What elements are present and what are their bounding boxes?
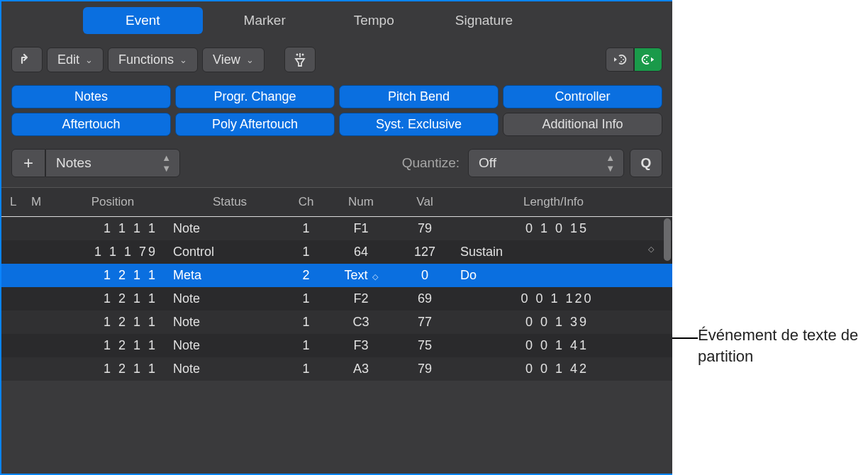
table-row[interactable]: 1 2 1 1Note1F2690 0 1 120 (1, 287, 672, 311)
cell-val[interactable]: 75 (396, 338, 453, 353)
edit-menu[interactable]: Edit ⌄ (47, 48, 104, 72)
quantize-select[interactable]: Off ▲▼ (468, 149, 624, 177)
filter-pitch-bend[interactable]: Pitch Bend (339, 85, 499, 108)
svg-point-7 (646, 61, 647, 62)
cell-status[interactable]: Note (173, 338, 286, 353)
table-row[interactable]: 1 1 1 1Note1F1790 1 0 15 (1, 217, 672, 240)
cell-val[interactable]: 127 (396, 245, 453, 259)
midi-io-group (606, 48, 662, 72)
cell-ch[interactable]: 1 (286, 245, 326, 259)
stepper-icon[interactable]: ◇ (648, 245, 654, 254)
cell-val[interactable]: 69 (396, 291, 453, 306)
cell-num[interactable]: 64 (326, 245, 396, 259)
col-length-info[interactable]: Length/Info (453, 195, 654, 209)
cell-position[interactable]: 1 2 1 1 (52, 291, 173, 306)
cell-status[interactable]: Meta (173, 268, 286, 283)
cell-status[interactable]: Note (173, 362, 286, 376)
col-position[interactable]: Position (52, 195, 173, 209)
svg-point-1 (301, 54, 304, 56)
chevron-down-icon: ⌄ (179, 55, 187, 65)
filter-poly-aftertouch[interactable]: Poly Aftertouch (175, 113, 335, 136)
event-list-panel: Event Marker Tempo Signature Edit ⌄ Func… (0, 0, 672, 475)
tab-tempo[interactable]: Tempo (334, 7, 414, 34)
cell-val[interactable]: 77 (396, 315, 453, 330)
cell-ch[interactable]: 1 (286, 291, 326, 306)
cell-length-info[interactable]: Do (453, 268, 654, 283)
cell-position[interactable]: 1 2 1 1 (52, 315, 173, 330)
event-type-select[interactable]: Notes ▲▼ (45, 149, 180, 177)
cell-ch[interactable]: 1 (286, 315, 326, 330)
cell-ch[interactable]: 2 (286, 268, 326, 283)
cell-num[interactable]: F1 (326, 221, 396, 236)
cell-status[interactable]: Note (173, 315, 286, 330)
cell-num[interactable]: C3 (326, 315, 396, 330)
cell-length-info[interactable]: 0 0 1 39 (453, 315, 654, 330)
tab-marker[interactable]: Marker (224, 7, 306, 34)
cell-position[interactable]: 1 2 1 1 (52, 268, 173, 283)
view-menu[interactable]: View ⌄ (202, 48, 265, 72)
filter-additional-info[interactable]: Additional Info (503, 113, 662, 136)
annotation-area: Événement de texte de partition (672, 0, 868, 475)
cell-ch[interactable]: 1 (286, 221, 326, 236)
table-row[interactable]: 1 2 1 1Note1F3750 0 1 41 (1, 334, 672, 357)
cell-length-info[interactable]: 0 0 1 120 (453, 291, 654, 306)
cell-ch[interactable]: 1 (286, 362, 326, 376)
cell-length-info[interactable]: 0 0 1 42 (453, 362, 654, 376)
plus-icon: + (23, 153, 33, 173)
cell-position[interactable]: 1 2 1 1 (52, 338, 173, 353)
cell-val[interactable]: 79 (396, 221, 453, 236)
catch-filter-button[interactable] (284, 47, 316, 72)
table-row[interactable]: 1 2 1 1Note1C3770 0 1 39 (1, 311, 672, 334)
hierarchy-up-icon (19, 52, 35, 67)
cell-position[interactable]: 1 1 1 1 (52, 221, 173, 236)
cell-position[interactable]: 1 1 1 79 (52, 245, 173, 259)
functions-menu[interactable]: Functions ⌄ (108, 48, 198, 72)
cell-position[interactable]: 1 2 1 1 (52, 362, 173, 376)
cell-length-info[interactable]: 0 1 0 15 (453, 221, 654, 236)
cell-length-info[interactable]: 0 0 1 41 (453, 338, 654, 353)
quantize-apply-button[interactable]: Q (630, 149, 662, 177)
cell-length-info[interactable]: Sustain◇ (453, 245, 654, 259)
chevron-down-icon: ⌄ (85, 55, 93, 65)
cell-status[interactable]: Control (173, 245, 286, 259)
midi-out-button[interactable] (634, 48, 662, 72)
event-filter-grid: Notes Progr. Change Pitch Bend Controlle… (1, 79, 672, 146)
functions-menu-label: Functions (118, 52, 174, 67)
tab-signature[interactable]: Signature (435, 7, 533, 34)
create-row: + Notes ▲▼ Quantize: Off ▲▼ Q (1, 146, 672, 187)
cell-num[interactable]: A3 (326, 362, 396, 376)
filter-controller[interactable]: Controller (503, 85, 662, 108)
add-event-button[interactable]: + (11, 149, 45, 177)
cell-ch[interactable]: 1 (286, 338, 326, 353)
table-header: L M Position Status Ch Num Val Length/In… (1, 187, 672, 217)
col-ch[interactable]: Ch (286, 195, 326, 209)
stepper-icon[interactable]: ◇ (372, 272, 378, 281)
svg-point-3 (623, 59, 624, 60)
cell-num[interactable]: Text◇ (326, 268, 396, 283)
col-val[interactable]: Val (396, 195, 453, 209)
cell-num[interactable]: F2 (326, 291, 396, 306)
table-body[interactable]: 1 1 1 1Note1F1790 1 0 151 1 1 79Control1… (1, 217, 672, 381)
midi-out-icon (640, 53, 656, 66)
tab-event[interactable]: Event (83, 7, 203, 34)
midi-in-button[interactable] (606, 48, 634, 72)
cell-status[interactable]: Note (173, 221, 286, 236)
hierarchy-up-button[interactable] (11, 47, 43, 72)
cell-val[interactable]: 79 (396, 362, 453, 376)
cell-val[interactable]: 0 (396, 268, 453, 283)
table-row[interactable]: 1 2 1 1Meta2Text◇0Do (1, 264, 672, 287)
col-m[interactable]: M (31, 195, 52, 209)
filter-aftertouch[interactable]: Aftertouch (11, 113, 171, 136)
col-num[interactable]: Num (326, 195, 396, 209)
scrollbar-thumb[interactable] (664, 218, 671, 261)
filter-program-change[interactable]: Progr. Change (175, 85, 335, 108)
table-row[interactable]: 1 2 1 1Note1A3790 0 1 42 (1, 357, 672, 381)
filter-notes[interactable]: Notes (11, 85, 171, 108)
col-status[interactable]: Status (173, 195, 286, 209)
filter-syst-exclusive[interactable]: Syst. Exclusive (339, 113, 499, 136)
col-l[interactable]: L (10, 195, 31, 209)
tab-bar: Event Marker Tempo Signature (1, 1, 672, 40)
cell-status[interactable]: Note (173, 291, 286, 306)
cell-num[interactable]: F3 (326, 338, 396, 353)
table-row[interactable]: 1 1 1 79Control164127Sustain◇ (1, 240, 672, 264)
